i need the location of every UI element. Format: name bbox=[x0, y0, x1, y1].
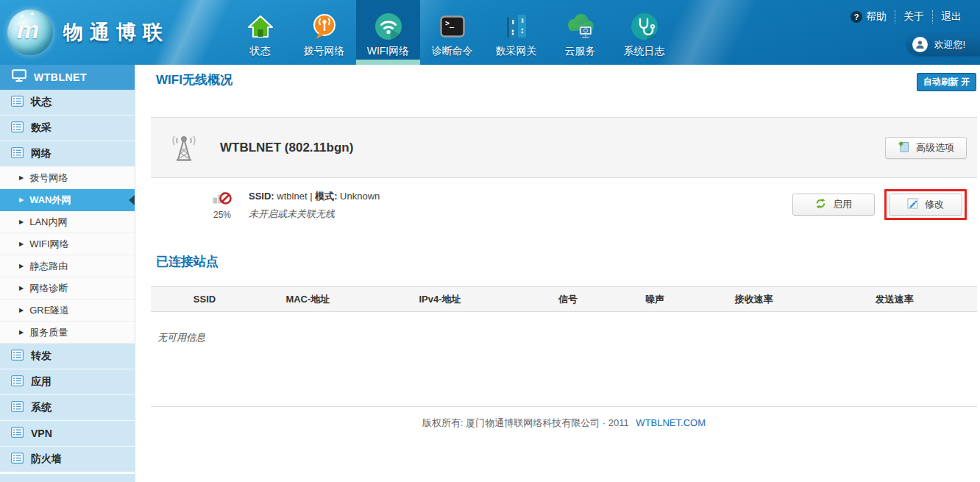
separator: | bbox=[310, 191, 312, 202]
antenna-tower-icon bbox=[168, 130, 199, 166]
sidebar-device-header: WTBLNET bbox=[0, 65, 135, 90]
utility-links: ? 帮助 关于 退出 bbox=[842, 10, 970, 24]
caret-right-icon: ▶ bbox=[19, 330, 24, 336]
sidebar-item-system[interactable]: 系统 bbox=[0, 395, 135, 421]
auto-refresh-toggle[interactable]: 自动刷新 开 bbox=[917, 73, 976, 91]
page-title: WIFI无线概况 bbox=[156, 71, 977, 88]
modify-button[interactable]: 修改 bbox=[889, 194, 962, 216]
col-signal: 信号 bbox=[522, 287, 614, 312]
sidebar-item-static-route[interactable]: ▶ 静态路由 bbox=[0, 255, 135, 277]
sidebar-item-dial-network[interactable]: ▶ 拨号网络 bbox=[0, 167, 135, 189]
nav-dial-network[interactable]: 拨号网络 bbox=[292, 0, 356, 65]
ssid-info: SSID: wtblnet | 模式: Unknown 未开启或未关联无线 bbox=[249, 188, 380, 221]
list-icon bbox=[11, 401, 24, 415]
caret-right-icon: ▶ bbox=[19, 241, 24, 247]
site-link[interactable]: WTBLNET.COM bbox=[636, 417, 706, 428]
signal-percent: 25% bbox=[207, 210, 237, 220]
dial-network-icon bbox=[311, 12, 338, 41]
ssid-value: wtblnet bbox=[277, 191, 307, 202]
caret-right-icon: ▶ bbox=[19, 286, 24, 291]
nav-system-log[interactable]: 系统日志 bbox=[612, 0, 676, 65]
top-bar: m ✦ ✦ 物通博联 状态 bbox=[0, 0, 980, 65]
list-icon bbox=[11, 375, 24, 389]
stations-table: SSID MAC-地址 IPv4-地址 信号 噪声 接收速率 发送速率 bbox=[151, 286, 977, 312]
signal-block: 25% bbox=[207, 188, 237, 220]
list-icon bbox=[11, 453, 24, 467]
terminal-icon: >_ bbox=[440, 12, 465, 41]
main-nav: 状态 拨号网络 bbox=[228, 0, 676, 65]
sidebar-item-application[interactable]: 应用 bbox=[0, 369, 135, 395]
list-icon bbox=[11, 96, 24, 110]
footer: 版权所有: 厦门物通博联网络科技有限公司 · 2011 WTBLNET.COM bbox=[151, 417, 977, 430]
nav-cloud-service[interactable]: 云服务 bbox=[548, 0, 612, 65]
stethoscope-icon bbox=[631, 12, 658, 41]
sidebar-item-status[interactable]: 状态 bbox=[0, 90, 135, 116]
logo-sphere-icon: m ✦ ✦ bbox=[7, 10, 53, 55]
user-icon bbox=[912, 37, 928, 52]
brand-logo: m ✦ ✦ 物通博联 bbox=[0, 0, 228, 65]
edit-pencil-icon bbox=[907, 198, 918, 211]
nav-diagnostic-command[interactable]: >_ 诊断命令 bbox=[420, 0, 484, 65]
question-icon: ? bbox=[851, 11, 862, 23]
col-rx-rate: 接收速率 bbox=[696, 287, 812, 312]
logout-link[interactable]: 退出 bbox=[932, 10, 970, 24]
advanced-options-button[interactable]: 高级选项 bbox=[885, 137, 967, 159]
col-ssid: SSID bbox=[151, 287, 258, 312]
mode-value: Unknown bbox=[340, 191, 380, 202]
brand-name: 物通博联 bbox=[63, 19, 169, 46]
col-tx-rate: 发送速率 bbox=[812, 287, 977, 312]
sidebar-item-lan[interactable]: ▶ LAN内网 bbox=[0, 211, 135, 233]
nav-data-gateway[interactable]: 数采网关 bbox=[484, 0, 548, 65]
list-icon bbox=[11, 147, 24, 161]
no-data-message: 无可用信息 bbox=[157, 331, 977, 344]
nav-wifi-network[interactable]: WIFI网络 bbox=[356, 0, 420, 65]
sidebar-item-network[interactable]: 网络 bbox=[0, 141, 135, 167]
caret-right-icon: ▶ bbox=[19, 219, 24, 225]
welcome-badge[interactable]: 欢迎您! bbox=[907, 34, 980, 55]
add-page-icon bbox=[898, 141, 909, 155]
sidebar-item-vpn[interactable]: VPN bbox=[0, 421, 135, 447]
device-name: WTBLNET bbox=[34, 71, 87, 83]
stations-header-row: SSID MAC-地址 IPv4-地址 信号 噪声 接收速率 发送速率 bbox=[151, 287, 977, 312]
mode-label: 模式: bbox=[315, 191, 337, 202]
sidebar-item-data-acquisition[interactable]: 数采 bbox=[0, 116, 135, 141]
about-link[interactable]: 关于 bbox=[895, 10, 932, 24]
wifi-device-header: WTBLNET (802.11bgn) 高级选项 bbox=[151, 117, 977, 178]
caret-right-icon: ▶ bbox=[19, 263, 24, 269]
footer-divider bbox=[151, 406, 977, 407]
sidebar-item-firewall[interactable]: 防火墙 bbox=[0, 447, 135, 472]
list-icon bbox=[11, 427, 24, 441]
home-icon bbox=[247, 12, 274, 41]
sidebar-filler bbox=[0, 472, 135, 482]
sidebar-item-qos[interactable]: ▶ 服务质量 bbox=[0, 322, 135, 344]
copyright-text: 版权所有: 厦门物通博联网络科技有限公司 · 2011 bbox=[422, 417, 629, 428]
caret-right-icon: ▶ bbox=[19, 197, 24, 203]
caret-right-icon: ▶ bbox=[19, 308, 24, 313]
ssid-label: SSID: bbox=[249, 191, 274, 202]
main-content: WIFI无线概况 自动刷新 开 WTBLNET (802.11bgn bbox=[135, 65, 980, 482]
router-admin-window: m ✦ ✦ 物通博联 状态 bbox=[0, 0, 980, 482]
sidebar: WTBLNET 状态 数采 网络 ▶ 拨号网络 ▶ WAN外网 bbox=[0, 65, 135, 482]
selected-notch-icon bbox=[129, 195, 135, 205]
wifi-status-text: 未开启或未关联无线 bbox=[249, 208, 380, 221]
caret-right-icon: ▶ bbox=[19, 175, 24, 181]
monitor-icon bbox=[12, 69, 26, 85]
wifi-action-buttons: 启用 修改 bbox=[792, 188, 967, 220]
sidebar-item-gre-tunnel[interactable]: ▶ GRE隧道 bbox=[0, 300, 135, 322]
nav-status[interactable]: 状态 bbox=[228, 0, 292, 65]
connected-stations-title: 已连接站点 bbox=[156, 253, 977, 270]
sidebar-item-wan[interactable]: ▶ WAN外网 bbox=[0, 189, 135, 211]
wifi-device-title: WTBLNET (802.11bgn) bbox=[220, 141, 353, 155]
sidebar-item-forwarding[interactable]: 转发 bbox=[0, 344, 135, 369]
server-cabinet-icon bbox=[504, 12, 529, 41]
ssid-line: SSID: wtblnet | 模式: Unknown bbox=[249, 190, 380, 203]
signal-disabled-icon bbox=[212, 195, 232, 208]
sidebar-item-wifi[interactable]: ▶ WIFI网络 bbox=[0, 233, 135, 255]
svg-text:>_: >_ bbox=[445, 19, 455, 28]
sidebar-item-network-diagnosis[interactable]: ▶ 网络诊断 bbox=[0, 277, 135, 300]
wifi-status-row: 25% SSID: wtblnet | 模式: Unknown 未开启或未关联无… bbox=[151, 178, 977, 234]
col-noise: 噪声 bbox=[614, 287, 696, 312]
col-mac-address: MAC-地址 bbox=[258, 287, 358, 312]
help-link[interactable]: ? 帮助 bbox=[842, 10, 895, 24]
enable-button[interactable]: 启用 bbox=[792, 194, 875, 216]
